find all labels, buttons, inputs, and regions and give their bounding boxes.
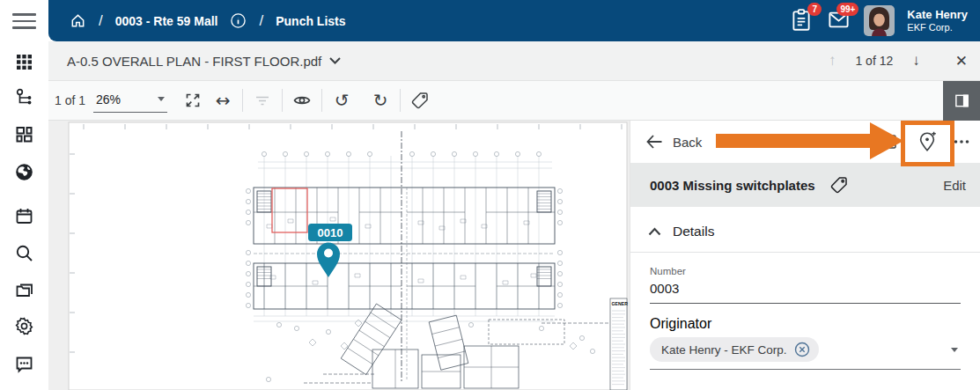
panel-toggle-button[interactable] — [943, 81, 980, 121]
details-section-label: Details — [673, 224, 714, 239]
rotate-ccw-button[interactable]: ↺ — [327, 85, 357, 115]
side-panel-icon — [954, 92, 970, 109]
photo-icon — [879, 132, 898, 151]
user-company: EKF Corp. — [907, 22, 968, 33]
user-avatar[interactable] — [864, 5, 895, 36]
eye-icon — [292, 91, 312, 110]
toolbar-separator — [282, 89, 283, 112]
drawing-viewer[interactable]: GENER 0010 — [48, 121, 630, 390]
originator-caret-icon — [951, 348, 958, 352]
settings-gear-icon[interactable] — [14, 316, 34, 336]
sheet-count: 1 of 1 — [55, 93, 85, 107]
filter-button[interactable] — [247, 85, 277, 115]
info-icon[interactable] — [230, 12, 247, 29]
floorplan-sheet[interactable]: GENER 0010 — [48, 121, 630, 390]
chat-feedback-icon[interactable] — [14, 354, 34, 374]
section-divider — [630, 252, 980, 253]
breadcrumb-separator: / — [259, 12, 263, 30]
details-section-toggle[interactable]: Details — [648, 224, 980, 239]
mail-badge: 99+ — [836, 3, 858, 16]
add-pin-button[interactable] — [911, 126, 943, 158]
originator-label: Originator — [650, 316, 961, 332]
pin-label: 0010 — [318, 226, 343, 239]
issue-title-bar: 0003 Missing switchplates Edit — [630, 163, 980, 207]
originator-select[interactable]: Kate Henry - EKF Corp. — [650, 337, 961, 370]
workflow-icon[interactable] — [14, 87, 34, 107]
viewer-toolbar: 1 of 1 26% ↔ ↺ ↻ — [48, 81, 980, 121]
number-label: Number — [650, 266, 961, 276]
visibility-button[interactable] — [287, 85, 317, 115]
tag-icon — [829, 175, 849, 195]
page-indicator: 1 of 12 — [855, 54, 893, 68]
photo-markup-button[interactable] — [873, 126, 904, 158]
issue-details-panel: Back 0003 Missing switchplates Edit — [630, 121, 980, 390]
breadcrumb: / 0003 - Rte 59 Mall / Punch Lists — [70, 12, 346, 30]
app-screen: / 0003 - Rte 59 Mall / Punch Lists 7 99+… — [0, 0, 980, 390]
previous-page-button[interactable]: ↑ — [829, 52, 836, 70]
tasks-badge: 7 — [807, 3, 822, 16]
zoom-caret-icon — [158, 97, 165, 101]
files-icon[interactable] — [14, 279, 34, 299]
originator-field: Originator Kate Henry - EKF Corp. — [650, 316, 961, 370]
panel-header: Back — [630, 121, 980, 163]
calendar-icon[interactable] — [14, 206, 34, 226]
originator-chip: Kate Henry - EKF Corp. — [650, 337, 819, 362]
back-arrow-icon — [646, 135, 662, 149]
tasks-notification-button[interactable]: 7 — [790, 8, 814, 34]
zoom-value: 26% — [96, 92, 121, 107]
close-viewer-button[interactable]: ✕ — [955, 52, 968, 70]
user-name: Kate Henry — [907, 9, 968, 22]
more-dots-icon — [953, 133, 970, 151]
document-title-bar: A-0.5 OVERALL PLAN - FIRST FLOOR.pdf ↑ 1… — [48, 41, 980, 81]
left-sidebar — [0, 0, 48, 390]
rotate-cw-button[interactable]: ↻ — [365, 85, 395, 115]
home-icon[interactable] — [70, 12, 86, 29]
chevron-up-icon — [648, 227, 661, 236]
expand-icon — [184, 92, 202, 109]
tag-tool-button[interactable] — [405, 85, 435, 115]
next-page-button[interactable]: ↓ — [912, 52, 920, 70]
document-filename: A-0.5 OVERALL PLAN - FIRST FLOOR.pdf — [67, 54, 321, 69]
tag-icon — [410, 91, 430, 110]
apps-grid-icon[interactable] — [14, 52, 34, 72]
mail-notification-button[interactable]: 99+ — [827, 8, 851, 34]
edit-button[interactable]: Edit — [943, 178, 966, 193]
toolbar-separator — [321, 89, 322, 112]
document-selector[interactable]: A-0.5 OVERALL PLAN - FIRST FLOOR.pdf — [67, 54, 341, 69]
issue-tag-button[interactable] — [829, 175, 849, 195]
user-identity[interactable]: Kate Henry EKF Corp. — [907, 9, 968, 33]
globe-icon[interactable] — [14, 162, 34, 182]
fullscreen-button[interactable] — [178, 85, 208, 115]
back-label: Back — [673, 135, 702, 150]
filter-icon — [254, 92, 271, 109]
general-notes-block: GENER — [610, 298, 628, 390]
number-input[interactable]: 0003 — [650, 281, 961, 304]
issue-title: 0003 Missing switchplates — [650, 178, 815, 193]
top-navigation-bar: / 0003 - Rte 59 Mall / Punch Lists 7 99+… — [48, 0, 980, 41]
number-field: Number 0003 — [650, 266, 961, 304]
toolbar-separator — [400, 89, 401, 112]
zoom-select[interactable]: 26% — [93, 89, 167, 113]
chip-remove-button[interactable] — [794, 342, 810, 357]
circle-x-icon — [794, 342, 810, 357]
sheet-paper — [69, 122, 627, 390]
svg-text:GENER: GENER — [612, 301, 629, 306]
breadcrumb-separator: / — [99, 12, 103, 30]
back-button[interactable]: Back — [646, 135, 702, 150]
search-icon[interactable] — [14, 243, 34, 263]
breadcrumb-project[interactable]: 0003 - Rte 59 Mall — [115, 14, 218, 28]
more-options-button[interactable] — [950, 126, 973, 158]
fit-width-button[interactable]: ↔ — [208, 85, 238, 115]
originator-chip-text: Kate Henry - EKF Corp. — [661, 343, 787, 357]
pin-add-icon — [916, 130, 939, 153]
hamburger-menu-icon[interactable] — [12, 13, 36, 29]
breadcrumb-section[interactable]: Punch Lists — [276, 14, 345, 28]
toolbar-separator — [242, 89, 243, 112]
dashboard-icon[interactable] — [14, 124, 34, 144]
chevron-down-icon — [329, 57, 341, 64]
